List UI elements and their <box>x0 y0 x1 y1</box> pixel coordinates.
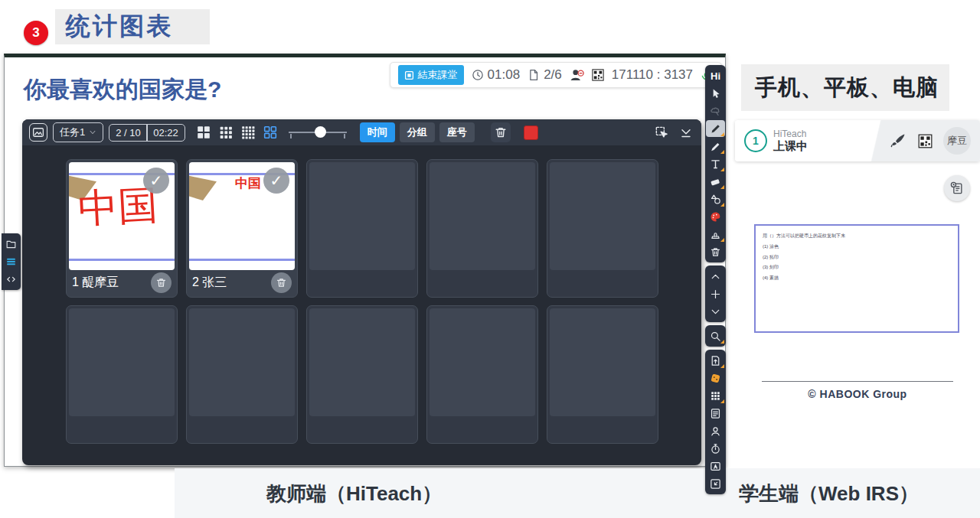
next-page-button[interactable] <box>706 303 725 320</box>
push-page-button[interactable] <box>706 352 725 369</box>
submission-thumbnail[interactable]: 中国✓ <box>69 162 175 270</box>
submission-thumbnail[interactable]: 中国✓ <box>189 162 295 270</box>
card-label-row <box>189 416 295 441</box>
page-list-tab[interactable] <box>5 256 18 268</box>
qr-code-icon[interactable] <box>591 68 605 82</box>
highlighter-tool[interactable] <box>706 138 725 155</box>
check-icon: ✓ <box>143 168 169 194</box>
class-status-label: 上课中 <box>773 139 808 153</box>
slider-knob[interactable] <box>315 126 326 138</box>
submission-card[interactable]: 中国✓2 张三 <box>186 159 298 298</box>
task-timer: 02:22 <box>146 124 185 142</box>
qr-code-icon[interactable] <box>917 133 933 149</box>
app-info: HiTeach 上课中 <box>773 129 808 153</box>
toolbar-group <box>705 325 726 347</box>
worksheet-text-line: 用（）方法可以把硬币上的花纹复制下来 <box>763 231 951 242</box>
board-toolbar: 任务1 2 / 10 02:22 时间 <box>22 119 701 145</box>
prev-page-button[interactable] <box>706 268 725 285</box>
delete-submission-button[interactable] <box>271 272 292 293</box>
webirs-actions: 摩豆 <box>889 127 971 155</box>
sort-by-group-button[interactable]: 分组 <box>400 122 435 142</box>
empty-thumbnail <box>309 162 415 270</box>
worksheet-text-line: (2) 拓印 <box>763 252 951 263</box>
clear-submissions-button[interactable] <box>491 122 511 142</box>
pick-to-board-icon[interactable] <box>653 125 670 140</box>
submission-card[interactable]: 中国✓1 醍摩豆 <box>66 159 178 298</box>
divider <box>762 381 953 382</box>
empty-card-slot <box>66 305 178 444</box>
grid-small-icon[interactable] <box>240 124 256 141</box>
card-label-row: 1 醍摩豆 <box>69 270 175 295</box>
clock-icon <box>471 68 485 82</box>
text-tool[interactable] <box>706 155 725 172</box>
pick-out-tool[interactable] <box>706 370 725 386</box>
view-switcher <box>195 124 279 141</box>
clear-page-tool[interactable] <box>706 243 725 260</box>
card-label-row <box>430 270 535 295</box>
task-list-button[interactable] <box>706 405 725 422</box>
thumbnail-size-slider[interactable] <box>287 124 348 141</box>
copyright-label: © HABOOK Group <box>762 388 953 400</box>
stop-collect-button[interactable] <box>524 125 538 140</box>
zoom-tool[interactable] <box>706 327 725 344</box>
grid-large-icon[interactable] <box>195 124 212 141</box>
pick-student-button[interactable] <box>706 422 725 439</box>
worksheet-text-line: (3) 刻印 <box>763 262 951 273</box>
card-label-row <box>550 416 655 441</box>
grid-selected-icon[interactable] <box>262 124 279 141</box>
empty-thumbnail <box>550 162 655 270</box>
worksheet-line <box>69 259 175 261</box>
webirs-top-bar: 1 HiTeach 上课中 摩豆 <box>735 120 980 161</box>
chevron-down-icon <box>89 129 96 136</box>
task-history-button[interactable] <box>944 175 970 201</box>
lasso-select-tool[interactable] <box>706 103 725 119</box>
student-answer-writing: 中国 <box>235 174 261 192</box>
submission-counter: 2 / 10 <box>109 124 148 142</box>
delete-submission-button[interactable] <box>151 272 172 293</box>
timer-button[interactable] <box>706 440 725 457</box>
hiteach-logo[interactable]: Hi <box>706 67 725 84</box>
task-dropdown[interactable]: 任务1 <box>53 122 103 142</box>
page-indicator-value: 2/6 <box>544 67 562 83</box>
grid-medium-icon[interactable] <box>217 124 234 141</box>
collapse-panel-tab[interactable] <box>5 273 18 285</box>
pen-tool[interactable] <box>706 120 725 137</box>
task-dropdown-label: 任务1 <box>60 125 85 139</box>
empty-thumbnail <box>309 308 415 416</box>
end-class-label: 結束課堂 <box>418 68 458 82</box>
submission-grid: 中国✓1 醍摩豆中国✓2 张三 <box>66 159 658 444</box>
select-cursor-tool[interactable] <box>706 85 725 102</box>
image-view-button[interactable] <box>29 123 47 142</box>
section-heading: 统计图表 <box>55 9 210 44</box>
teacher-avatar[interactable] <box>569 67 584 83</box>
toolbar-right-group <box>653 125 694 140</box>
add-page-button[interactable] <box>706 285 725 302</box>
collapse-toolbar-icon[interactable] <box>678 125 694 140</box>
end-class-button[interactable]: 結束課堂 <box>398 65 464 85</box>
submission-board: 任务1 2 / 10 02:22 时间 <box>22 119 701 465</box>
color-palette-tool[interactable] <box>706 208 725 225</box>
card-label-row <box>309 416 415 441</box>
toolbar-group <box>705 350 726 494</box>
stamp-tool[interactable] <box>706 226 725 243</box>
minimize-button[interactable] <box>706 475 725 492</box>
brush-icon[interactable] <box>889 132 907 150</box>
sort-by-time-button[interactable]: 时间 <box>360 122 395 142</box>
device-types-label: 手机、平板、电脑 <box>755 73 939 103</box>
empty-thumbnail <box>550 308 655 416</box>
toolbar-group <box>705 266 726 322</box>
stop-icon <box>404 70 414 80</box>
counter-group: 2 / 10 02:22 <box>109 124 185 142</box>
room-id: 171110 : 3137 <box>612 67 693 83</box>
sort-by-seat-button[interactable]: 座号 <box>439 122 475 142</box>
text-box-button[interactable] <box>706 458 725 474</box>
resource-folder-tab[interactable] <box>5 238 18 250</box>
page-icon <box>527 68 541 82</box>
student-avatar[interactable]: 摩豆 <box>943 127 971 155</box>
hiteach-window: 結束課堂 01:08 2/6 171110 : 3137 你最喜欢的国家是? 任… <box>4 54 726 467</box>
irs-keypad-button[interactable] <box>706 387 725 404</box>
shapes-tool[interactable] <box>706 191 725 207</box>
section-title: 统计图表 <box>66 10 173 44</box>
student-panel-header: 手机、平板、电脑 <box>741 64 949 111</box>
eraser-tool[interactable] <box>706 173 725 190</box>
